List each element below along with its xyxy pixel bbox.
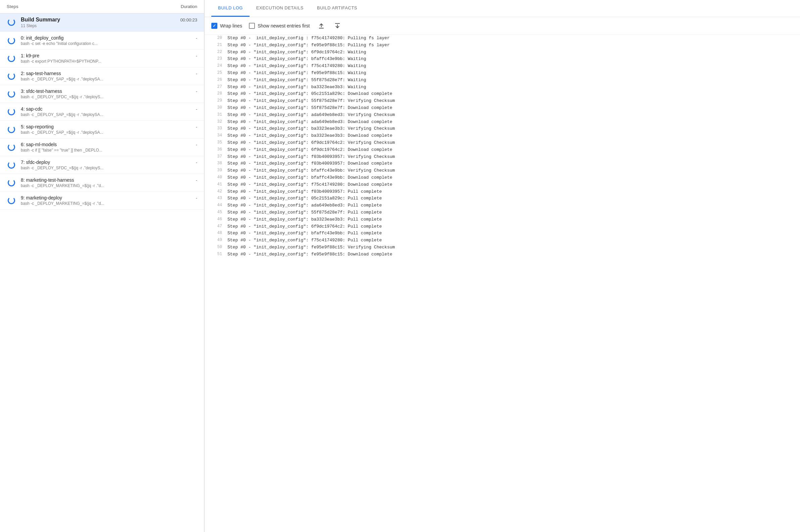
wrap-lines-checkbox[interactable]: ✓: [211, 23, 217, 29]
log-line-number: 38: [211, 160, 222, 167]
step-name: 1: k9-pre: [21, 53, 39, 58]
log-line-number: 21: [211, 42, 222, 49]
log-line-text: Step #0 - "init_deploy_config": fe95e9f8…: [227, 244, 395, 251]
log-line-text: Step #0 - "init_deploy_config": fe95e9f8…: [227, 42, 390, 49]
step-command: bash -c _DEPLOY_SFDC_=$(jq -r ."deployS.…: [21, 166, 197, 170]
log-line-number: 22: [211, 49, 222, 56]
build-summary-name: Build Summary: [21, 17, 60, 23]
step-duration: -: [196, 125, 197, 129]
steps-header-duration-label: Duration: [181, 4, 197, 9]
step-main-row: 6: sap-ml-models -: [21, 142, 197, 147]
right-panel: BUILD LOG EXECUTION DETAILS BUILD ARTIFA…: [205, 0, 800, 532]
log-line-text: Step #0 - "init_deploy_config": fe95e9f8…: [227, 70, 366, 77]
log-toolbar: ✓ Wrap lines Show newest entries first: [205, 17, 800, 35]
log-line-text: Step #0 - "init_deploy_config": bfaffc43…: [227, 230, 382, 237]
step-item[interactable]: 6: sap-ml-models - bash -c if [[ "false"…: [0, 138, 204, 156]
log-line: 30 Step #0 - "init_deploy_config": 55f87…: [205, 104, 800, 112]
step-item[interactable]: 2: sap-test-harness - bash -c _DEPLOY_SA…: [0, 68, 204, 85]
step-command: bash -c _DEPLOY_SAP_=$(jq -r ."deploySA.…: [21, 77, 197, 81]
log-line-text: Step #0 - init_deploy_config : f75c41749…: [227, 35, 390, 42]
log-line: 39 Step #0 - "init_deploy_config": bfaff…: [205, 167, 800, 174]
step-duration: -: [196, 36, 197, 41]
log-line-text: Step #0 - "init_deploy_config": f03b4009…: [227, 154, 395, 160]
log-line-number: 41: [211, 182, 222, 188]
step-item[interactable]: 4: sap-cdc - bash -c _DEPLOY_SAP_=$(jq -…: [0, 103, 204, 121]
log-line-number: 23: [211, 56, 222, 63]
build-summary-main-row: Build Summary 00:00:23: [21, 17, 197, 23]
step-item[interactable]: 8: marketing-test-harness - bash -c _DEP…: [0, 174, 204, 192]
step-item[interactable]: 0: init_deploy_config - bash -c set -e e…: [0, 32, 204, 50]
wrap-lines-label[interactable]: ✓ Wrap lines: [211, 23, 242, 29]
tab-build-artifacts[interactable]: BUILD ARTIFACTS: [310, 0, 364, 17]
step-item[interactable]: 1: k9-pre - bash -c export PYTHONPATH=$P…: [0, 50, 204, 68]
step-main-row: 7: sfdc-deploy -: [21, 159, 197, 165]
step-content: 4: sap-cdc - bash -c _DEPLOY_SAP_=$(jq -…: [21, 106, 197, 117]
spinner: [8, 37, 15, 44]
step-command: bash -c _DEPLOY_SAP_=$(jq -r ."deploySA.…: [21, 112, 197, 117]
step-item[interactable]: 3: sfdc-test-harness - bash -c _DEPLOY_S…: [0, 85, 204, 103]
log-line: 27 Step #0 - "init_deploy_config": ba332…: [205, 84, 800, 91]
step-spinner-icon: [7, 36, 16, 45]
log-line-text: Step #0 - "init_deploy_config": bfaffc43…: [227, 167, 395, 174]
main-container: Steps Duration Build Summary 00:00:23 11…: [0, 0, 800, 532]
log-line-text: Step #0 - "init_deploy_config": f03b4009…: [227, 188, 382, 195]
build-summary-item[interactable]: Build Summary 00:00:23 11 Steps: [0, 14, 204, 32]
show-newest-label[interactable]: Show newest entries first: [249, 23, 310, 29]
step-item[interactable]: 9: marketing-deploy - bash -c _DEPLOY_MA…: [0, 192, 204, 210]
log-line-text: Step #0 - "init_deploy_config": f03b4009…: [227, 160, 392, 167]
log-line-number: 48: [211, 230, 222, 237]
steps-header-title: Steps: [7, 4, 18, 9]
log-line-number: 35: [211, 139, 222, 147]
log-line: 29 Step #0 - "init_deploy_config": 55f87…: [205, 98, 800, 104]
tab-build-log[interactable]: BUILD LOG: [211, 0, 249, 17]
log-line-number: 40: [211, 174, 222, 182]
step-command: bash -c _DEPLOY_MARKETING_=$(jq -r ."d..…: [21, 183, 197, 188]
tab-execution-details[interactable]: EXECUTION DETAILS: [249, 0, 310, 17]
log-line: 24 Step #0 - "init_deploy_config": f75c4…: [205, 63, 800, 70]
left-panel: Steps Duration Build Summary 00:00:23 11…: [0, 0, 205, 532]
step-command: bash -c _DEPLOY_MARKETING_=$(jq -r ."d..…: [21, 201, 197, 206]
log-line: 40 Step #0 - "init_deploy_config": bfaff…: [205, 174, 800, 182]
step-content: 5: sap-reporting - bash -c _DEPLOY_SAP_=…: [21, 124, 197, 135]
log-line-number: 33: [211, 126, 222, 132]
log-line-number: 37: [211, 154, 222, 160]
log-line: 50 Step #0 - "init_deploy_config": fe95e…: [205, 244, 800, 251]
scroll-bottom-button[interactable]: [333, 21, 342, 31]
checkmark-icon: ✓: [213, 23, 216, 28]
spinner: [8, 144, 15, 151]
step-item[interactable]: 7: sfdc-deploy - bash -c _DEPLOY_SFDC_=$…: [0, 156, 204, 174]
step-item[interactable]: 5: sap-reporting - bash -c _DEPLOY_SAP_=…: [0, 121, 204, 138]
log-line: 25 Step #0 - "init_deploy_config": fe95e…: [205, 70, 800, 77]
log-line-text: Step #0 - "init_deploy_config": ba3323ea…: [227, 84, 366, 91]
log-line-text: Step #0 - "init_deploy_config": fe95e9f8…: [227, 251, 392, 258]
log-line: 23 Step #0 - "init_deploy_config": bfaff…: [205, 56, 800, 63]
build-summary-substeps: 11 Steps: [21, 23, 197, 28]
log-line-number: 34: [211, 132, 222, 139]
step-content: 9: marketing-deploy - bash -c _DEPLOY_MA…: [21, 195, 197, 206]
log-line: 43 Step #0 - "init_deploy_config": 05c21…: [205, 195, 800, 202]
log-line-number: 28: [211, 91, 222, 98]
step-content: 2: sap-test-harness - bash -c _DEPLOY_SA…: [21, 71, 197, 81]
step-main-row: 3: sfdc-test-harness -: [21, 89, 197, 94]
step-name: 4: sap-cdc: [21, 106, 43, 112]
log-line-text: Step #0 - "init_deploy_config": ba3323ea…: [227, 126, 395, 132]
log-line-number: 50: [211, 244, 222, 251]
log-line-text: Step #0 - "init_deploy_config": 6f9dc197…: [227, 147, 392, 154]
log-line-number: 49: [211, 237, 222, 244]
step-duration: -: [196, 71, 197, 76]
step-name: 8: marketing-test-harness: [21, 177, 74, 183]
show-newest-checkbox[interactable]: [249, 23, 255, 29]
log-line: 48 Step #0 - "init_deploy_config": bfaff…: [205, 230, 800, 237]
step-duration: -: [196, 89, 197, 94]
log-line: 22 Step #0 - "init_deploy_config": 6f9dc…: [205, 49, 800, 56]
tabs-bar: BUILD LOG EXECUTION DETAILS BUILD ARTIFA…: [205, 0, 800, 17]
log-line-text: Step #0 - "init_deploy_config": ada649eb…: [227, 112, 395, 119]
step-command: bash -c set -e echo "Initial configurati…: [21, 41, 197, 46]
step-name: 7: sfdc-deploy: [21, 159, 50, 165]
steps-header: Steps Duration: [0, 0, 204, 14]
log-line-text: Step #0 - "init_deploy_config": f75c4174…: [227, 182, 392, 188]
log-line-number: 36: [211, 147, 222, 154]
step-command: bash -c _DEPLOY_SAP_=$(jq -r ."deploySA.…: [21, 130, 197, 135]
step-duration: -: [196, 142, 197, 147]
scroll-top-button[interactable]: [317, 21, 326, 31]
